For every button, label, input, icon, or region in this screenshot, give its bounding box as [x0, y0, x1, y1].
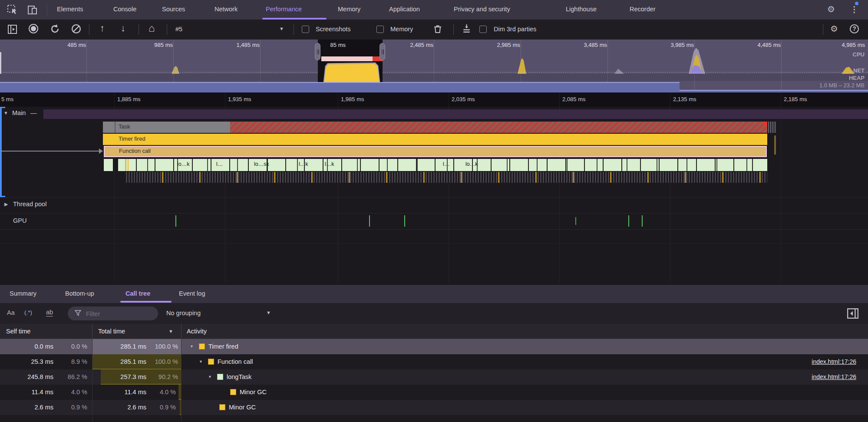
source-location-link[interactable]: index.html:17:26 [812, 369, 856, 385]
total-time-value: 2.6 ms [92, 400, 146, 415]
show-sidebar-icon[interactable] [847, 308, 859, 321]
history-dropdown[interactable]: #5 ▼ [172, 23, 289, 36]
clear-icon[interactable] [71, 23, 82, 36]
column-header-self-time[interactable]: Self time [6, 324, 30, 339]
gpu-activity-tick[interactable] [404, 215, 405, 227]
collect-garbage-icon[interactable] [432, 24, 443, 36]
devtools-window: Elements Console Sources Network Perform… [0, 0, 868, 422]
screenshots-label[interactable]: Screenshots [316, 26, 351, 33]
toolbar-divider [453, 24, 454, 35]
collapse-flame-icon[interactable] [461, 23, 472, 36]
match-case-icon[interactable]: Aa [7, 309, 15, 316]
tab-console[interactable]: Console [113, 6, 136, 13]
cpu-baseline [0, 72, 318, 73]
self-time-value: 2.6 ms [0, 400, 53, 415]
tab-application[interactable]: Application [389, 6, 420, 13]
collapsed-task-bar[interactable] [768, 122, 776, 133]
home-live-metrics-icon[interactable]: ⌂ [149, 22, 155, 34]
main-track-label[interactable]: Main [12, 109, 26, 116]
record-icon[interactable] [29, 24, 38, 33]
event-color-swatch [217, 374, 223, 380]
grouping-dropdown[interactable]: No grouping ▼ [166, 307, 275, 320]
source-location-link[interactable]: index.html:17:26 [812, 354, 856, 369]
expander-icon[interactable]: ▼ [208, 369, 212, 385]
table-row[interactable]: 25.3 ms 8.9 % 285.1 ms 100.0 % ▼ Functio… [0, 354, 868, 369]
table-row[interactable]: 11.4 ms 4.0 % 11.4 ms 4.0 % Minor GC [0, 385, 868, 400]
heap-range-label: 1.0 MB – 23.2 MB [819, 82, 865, 89]
tab-lighthouse[interactable]: Lighthouse [566, 6, 597, 13]
tab-privacy[interactable]: Privacy and security [454, 6, 510, 13]
tab-sources[interactable]: Sources [162, 6, 185, 13]
tab-performance[interactable]: Performance [266, 6, 302, 13]
column-header-activity[interactable]: Activity [187, 324, 207, 339]
device-toolbar-icon[interactable] [27, 4, 38, 17]
collapsed-children-band[interactable] [126, 172, 767, 183]
task-event-bar[interactable]: Task [103, 122, 767, 133]
gpu-activity-tick[interactable] [575, 217, 576, 225]
filter-input[interactable] [85, 308, 152, 320]
gpu-track-label[interactable]: GPU [13, 217, 26, 224]
match-whole-word-icon[interactable]: ab [46, 309, 53, 316]
thread-pool-track-label[interactable]: Thread pool [13, 201, 46, 208]
gridline [449, 92, 449, 282]
main-track-header-bar [43, 109, 868, 119]
selection-right-handle[interactable] [380, 43, 385, 60]
gpu-activity-tick[interactable] [642, 215, 643, 227]
gpu-activity-tick[interactable] [369, 215, 370, 227]
function-call-event-bar[interactable]: Function call [104, 146, 767, 157]
dim-3rd-parties-label[interactable]: Dim 3rd parties [494, 26, 536, 33]
ruler-tick-label: 2,135 ms [673, 96, 696, 102]
table-row[interactable]: 2.6 ms 0.9 % 2.6 ms 0.9 % Minor GC [0, 400, 868, 415]
download-profile-icon[interactable]: ↓ [121, 23, 125, 34]
bracket-cap [0, 107, 5, 108]
settings-gear-icon[interactable]: ⚙ [827, 4, 835, 14]
tab-summary[interactable]: Summary [10, 290, 36, 297]
capture-settings-gear-icon[interactable]: ⚙ [830, 23, 838, 34]
timer-fired-event-bar[interactable]: Timer fired [103, 134, 767, 145]
tab-bottom-up[interactable]: Bottom-up [65, 290, 94, 297]
small-event-bar[interactable] [774, 135, 776, 155]
overview-ruler-label: 3,485 ms [584, 42, 607, 48]
regex-icon[interactable]: (.*) [24, 309, 32, 316]
ruler-tick-label: 2,185 ms [784, 96, 807, 102]
thread-pool-expand-icon[interactable]: ▶ [4, 201, 8, 207]
tab-network[interactable]: Network [215, 6, 238, 13]
grouping-selected-label: No grouping [166, 310, 201, 316]
tab-recorder[interactable]: Recorder [630, 6, 656, 13]
task-longtask-hatch [230, 122, 767, 133]
memory-checkbox[interactable] [376, 26, 384, 33]
more-options-kebab-icon[interactable]: ⋮ [850, 4, 858, 14]
tab-memory[interactable]: Memory [338, 6, 360, 13]
main-track-collapse-icon[interactable]: ▼ [3, 110, 8, 115]
timeline-overview[interactable]: 485 ms 985 ms 1,485 ms 85 ms 2,485 ms 2,… [0, 40, 868, 92]
dim-3rd-parties-checkbox[interactable] [479, 26, 487, 33]
expander-icon[interactable]: ▼ [190, 339, 194, 354]
filter-input-pill[interactable] [68, 307, 158, 320]
tab-call-tree[interactable]: Call tree [125, 290, 150, 297]
upload-profile-icon[interactable]: ↑ [100, 23, 105, 34]
ruler-tick-label: 2,085 ms [562, 96, 585, 102]
toggle-sidebar-icon[interactable] [7, 24, 18, 36]
overview-ruler-label: 3,985 ms [671, 42, 694, 48]
gpu-activity-tick[interactable] [175, 215, 176, 227]
table-row[interactable]: 245.8 ms 86.2 % 257.3 ms 90.2 % ▼ longTa… [0, 369, 868, 385]
track-separator [0, 229, 868, 230]
selection-left-handle[interactable] [315, 43, 320, 60]
gpu-activity-tick[interactable] [628, 215, 629, 227]
reload-record-icon[interactable] [50, 23, 60, 36]
inspect-icon[interactable] [7, 4, 18, 17]
column-header-total-time[interactable]: Total time [98, 324, 125, 339]
screenshots-checkbox[interactable] [302, 26, 309, 33]
tab-event-log[interactable]: Event log [179, 290, 205, 297]
tab-elements[interactable]: Elements [57, 6, 83, 13]
expander-icon[interactable]: ▼ [199, 354, 203, 369]
activity-name: Minor GC [240, 385, 267, 400]
table-row[interactable]: 0.0 ms 0.0 % 285.1 ms 100.0 % ▼ Timer fi… [0, 339, 868, 354]
memory-label[interactable]: Memory [390, 26, 413, 33]
help-icon[interactable]: ? [850, 24, 859, 33]
total-time-value: 257.3 ms [92, 369, 146, 385]
longtask-event-bar[interactable] [103, 159, 114, 171]
gridline [781, 92, 781, 282]
total-pct-value: 100.0 % [146, 354, 178, 369]
sort-direction-icon[interactable]: ▼ [168, 324, 173, 339]
